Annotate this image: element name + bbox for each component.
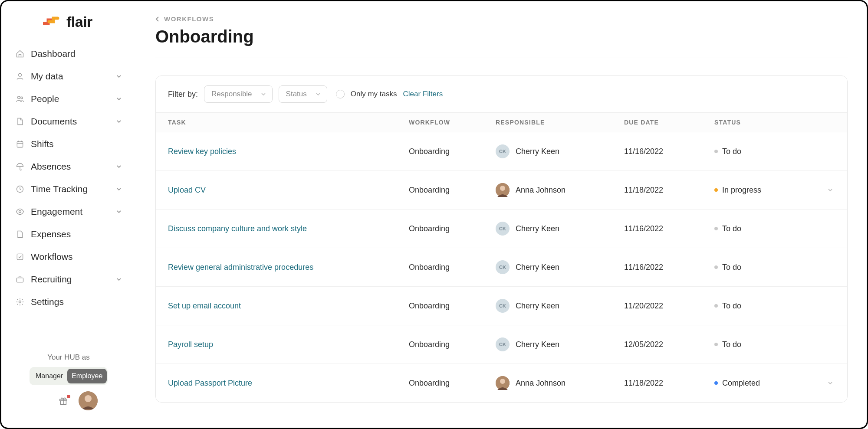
logo[interactable]: flair xyxy=(1,13,136,43)
sidebar-item-my-data[interactable]: My data xyxy=(9,65,128,88)
sidebar-item-label: Absences xyxy=(31,161,110,172)
toggle-manager[interactable]: Manager xyxy=(31,369,67,383)
status-text: To do xyxy=(722,263,741,272)
status-cell: To do xyxy=(714,263,827,272)
task-link[interactable]: Upload Passport Picture xyxy=(168,379,252,387)
user-icon xyxy=(15,72,25,81)
task-table: TASK WORKFLOW RESPONSIBLE DUE DATE STATU… xyxy=(156,112,847,402)
svg-point-8 xyxy=(19,211,21,213)
sidebar-item-label: Documents xyxy=(31,116,110,127)
logo-text: flair xyxy=(66,13,92,30)
status-text: To do xyxy=(722,301,741,311)
table-row: Review key policiesOnboardingCKCherry Ke… xyxy=(156,132,847,171)
status-dot-icon xyxy=(714,304,718,308)
sidebar-item-engagement[interactable]: Engagement xyxy=(9,200,128,223)
table-row: Set up email accountOnboardingCKCherry K… xyxy=(156,287,847,325)
responsible-cell: Anna Johnson xyxy=(496,376,624,390)
status-text: In progress xyxy=(722,186,761,195)
task-link[interactable]: Payroll setup xyxy=(168,340,213,349)
nav-list: DashboardMy dataPeopleDocumentsShiftsAbs… xyxy=(1,43,136,353)
workflow-cell: Onboarding xyxy=(409,224,450,233)
notification-dot-icon xyxy=(67,395,70,398)
sidebar-item-recruiting[interactable]: Recruiting xyxy=(9,268,128,291)
file-icon xyxy=(15,229,25,239)
responsible-cell: Anna Johnson xyxy=(496,183,624,197)
workflow-cell: Onboarding xyxy=(409,147,450,156)
hub-label: Your HUB as xyxy=(10,353,127,362)
sidebar-item-time-tracking[interactable]: Time Tracking xyxy=(9,178,128,200)
workflow-cell: Onboarding xyxy=(409,301,450,310)
task-link[interactable]: Review general administrative procedures xyxy=(168,263,313,272)
due-date: 11/20/2022 xyxy=(624,301,663,310)
chevron-down-icon xyxy=(116,187,122,191)
status-cell: In progress xyxy=(714,186,827,195)
svg-point-11 xyxy=(19,301,21,303)
filter-label: Filter by: xyxy=(168,90,198,99)
logo-mark-icon xyxy=(43,16,62,28)
table-row: Discuss company culture and work styleOn… xyxy=(156,210,847,248)
only-my-tasks-checkbox[interactable] xyxy=(336,90,345,98)
col-responsible: RESPONSIBLE xyxy=(496,119,624,126)
workflow-cell: Onboarding xyxy=(409,379,450,387)
sidebar-item-label: Dashboard xyxy=(31,49,122,59)
clear-filters-link[interactable]: Clear Filters xyxy=(403,90,443,98)
clock-icon xyxy=(15,184,25,194)
chevron-down-icon[interactable] xyxy=(827,381,845,385)
main-content: WORKFLOWS Onboarding Filter by: Responsi… xyxy=(136,1,867,428)
responsible-cell: CKCherry Keen xyxy=(496,260,624,274)
sidebar-item-label: Time Tracking xyxy=(31,184,110,194)
task-link[interactable]: Upload CV xyxy=(168,186,206,194)
sidebar-item-label: Settings xyxy=(31,297,122,307)
sidebar-item-shifts[interactable]: Shifts xyxy=(9,133,128,155)
status-dot-icon xyxy=(714,188,718,192)
chevron-down-icon xyxy=(316,92,321,96)
task-link[interactable]: Review key policies xyxy=(168,147,236,156)
chevron-down-icon xyxy=(116,164,122,169)
status-cell: To do xyxy=(714,340,827,349)
document-icon xyxy=(15,117,25,126)
gift-icon[interactable] xyxy=(59,396,68,406)
due-date: 11/16/2022 xyxy=(624,224,663,233)
status-dot-icon xyxy=(714,227,718,230)
user-avatar[interactable] xyxy=(79,391,98,410)
status-dot-icon xyxy=(714,150,718,153)
svg-rect-3 xyxy=(17,141,23,147)
chevron-down-icon[interactable] xyxy=(827,188,845,192)
sidebar-item-workflows[interactable]: Workflows xyxy=(9,246,128,268)
avatar xyxy=(496,183,510,197)
svg-point-18 xyxy=(500,186,505,191)
sidebar-item-label: Engagement xyxy=(31,206,110,217)
role-toggle: Manager Employee xyxy=(30,367,108,385)
sidebar: flair DashboardMy dataPeopleDocumentsShi… xyxy=(1,1,136,428)
responsible-name: Cherry Keen xyxy=(516,147,559,156)
task-link[interactable]: Set up email account xyxy=(168,301,241,310)
due-date: 11/16/2022 xyxy=(624,147,663,156)
svg-point-1 xyxy=(18,96,20,99)
sidebar-item-documents[interactable]: Documents xyxy=(9,110,128,133)
col-status: STATUS xyxy=(714,119,827,126)
breadcrumb[interactable]: WORKFLOWS xyxy=(155,15,848,23)
umbrella-icon xyxy=(15,162,25,171)
sidebar-item-label: People xyxy=(31,94,110,104)
status-text: Completed xyxy=(722,379,760,388)
sidebar-item-absences[interactable]: Absences xyxy=(9,155,128,178)
task-link[interactable]: Discuss company culture and work style xyxy=(168,224,307,233)
status-text: To do xyxy=(722,340,741,349)
toggle-employee[interactable]: Employee xyxy=(67,369,107,383)
sidebar-item-expenses[interactable]: Expenses xyxy=(9,223,128,246)
responsible-cell: CKCherry Keen xyxy=(496,144,624,158)
avatar xyxy=(496,376,510,390)
responsible-select[interactable]: Responsible xyxy=(204,85,273,103)
table-row: Upload Passport PictureOnboardingAnna Jo… xyxy=(156,364,847,402)
sidebar-item-people[interactable]: People xyxy=(9,88,128,110)
sidebar-item-settings[interactable]: Settings xyxy=(9,291,128,313)
avatar: CK xyxy=(496,299,510,313)
sidebar-item-label: Workflows xyxy=(31,252,122,262)
responsible-cell: CKCherry Keen xyxy=(496,222,624,236)
workflow-cell: Onboarding xyxy=(409,186,450,194)
sidebar-item-dashboard[interactable]: Dashboard xyxy=(9,43,128,65)
avatar: CK xyxy=(496,260,510,274)
page-title: Onboarding xyxy=(155,27,848,58)
status-select[interactable]: Status xyxy=(279,85,327,103)
due-date: 11/16/2022 xyxy=(624,263,663,272)
